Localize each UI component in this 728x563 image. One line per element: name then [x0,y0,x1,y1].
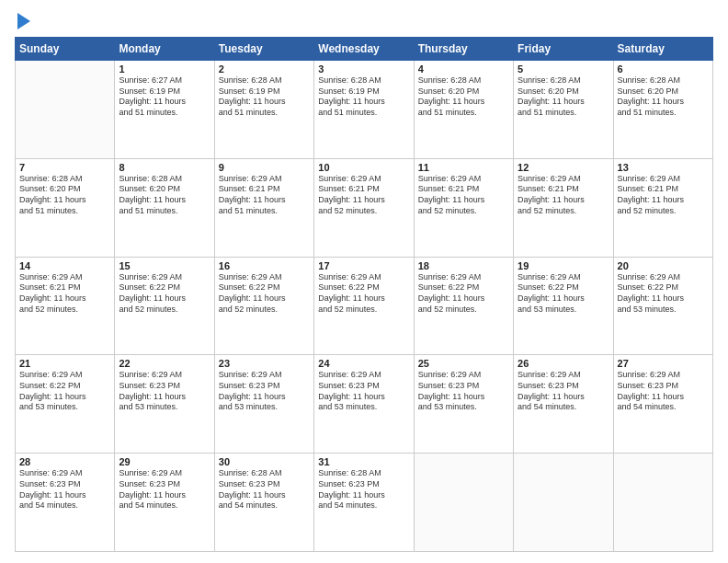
day-info: Sunrise: 6:28 AM Sunset: 6:20 PM Dayligh… [19,174,110,217]
calendar-day-header: Tuesday [214,38,313,61]
day-number: 27 [618,358,709,369]
logo [15,15,30,29]
day-number: 7 [19,162,110,173]
calendar-cell: 3Sunrise: 6:28 AM Sunset: 6:19 PM Daylig… [314,61,414,159]
calendar-cell: 7Sunrise: 6:28 AM Sunset: 6:20 PM Daylig… [16,158,115,257]
calendar-cell: 24Sunrise: 6:29 AM Sunset: 6:23 PM Dayli… [314,355,414,454]
day-info: Sunrise: 6:29 AM Sunset: 6:23 PM Dayligh… [418,370,509,413]
day-info: Sunrise: 6:29 AM Sunset: 6:21 PM Dayligh… [19,272,110,316]
day-number: 13 [618,162,709,173]
calendar-week-row: 21Sunrise: 6:29 AM Sunset: 6:22 PM Dayli… [16,355,713,454]
day-info: Sunrise: 6:28 AM Sunset: 6:23 PM Dayligh… [219,468,310,511]
day-number: 20 [618,260,709,271]
day-number: 1 [119,63,210,75]
day-number: 5 [518,63,609,75]
day-number: 25 [418,358,509,369]
day-info: Sunrise: 6:29 AM Sunset: 6:22 PM Dayligh… [318,272,409,316]
calendar-cell: 2Sunrise: 6:28 AM Sunset: 6:19 PM Daylig… [214,61,313,159]
day-number: 30 [219,456,310,467]
day-info: Sunrise: 6:29 AM Sunset: 6:22 PM Dayligh… [19,370,110,413]
day-number: 15 [119,260,210,271]
day-number: 3 [318,63,409,75]
day-info: Sunrise: 6:29 AM Sunset: 6:23 PM Dayligh… [318,370,409,413]
calendar-cell: 28Sunrise: 6:29 AM Sunset: 6:23 PM Dayli… [16,454,115,552]
calendar-cell: 18Sunrise: 6:29 AM Sunset: 6:22 PM Dayli… [414,257,513,355]
day-number: 2 [219,63,310,75]
calendar-cell: 31Sunrise: 6:28 AM Sunset: 6:23 PM Dayli… [314,454,414,552]
logo-arrow-icon [17,13,30,29]
day-info: Sunrise: 6:28 AM Sunset: 6:20 PM Dayligh… [119,174,210,217]
calendar-cell: 16Sunrise: 6:29 AM Sunset: 6:22 PM Dayli… [214,257,313,355]
calendar-cell: 6Sunrise: 6:28 AM Sunset: 6:20 PM Daylig… [613,61,712,159]
day-info: Sunrise: 6:29 AM Sunset: 6:22 PM Dayligh… [119,272,210,316]
day-number: 26 [518,358,609,369]
calendar-cell: 30Sunrise: 6:28 AM Sunset: 6:23 PM Dayli… [214,454,313,552]
day-info: Sunrise: 6:29 AM Sunset: 6:23 PM Dayligh… [618,370,709,413]
day-number: 23 [219,358,310,369]
calendar-cell: 9Sunrise: 6:29 AM Sunset: 6:21 PM Daylig… [214,158,313,257]
day-info: Sunrise: 6:29 AM Sunset: 6:23 PM Dayligh… [518,370,609,413]
calendar-cell: 15Sunrise: 6:29 AM Sunset: 6:22 PM Dayli… [115,257,214,355]
day-number: 28 [19,456,110,467]
calendar-header-row: SundayMondayTuesdayWednesdayThursdayFrid… [16,38,713,61]
day-info: Sunrise: 6:28 AM Sunset: 6:20 PM Dayligh… [418,75,509,119]
day-number: 11 [418,162,509,173]
calendar-cell: 23Sunrise: 6:29 AM Sunset: 6:23 PM Dayli… [214,355,313,454]
calendar-cell: 29Sunrise: 6:29 AM Sunset: 6:23 PM Dayli… [115,454,214,552]
day-number: 6 [618,63,709,75]
day-info: Sunrise: 6:28 AM Sunset: 6:19 PM Dayligh… [318,75,409,119]
calendar-cell [514,454,613,552]
calendar-cell: 21Sunrise: 6:29 AM Sunset: 6:22 PM Dayli… [16,355,115,454]
calendar-cell: 25Sunrise: 6:29 AM Sunset: 6:23 PM Dayli… [414,355,513,454]
day-number: 24 [318,358,409,369]
day-number: 4 [418,63,509,75]
day-number: 22 [119,358,210,369]
day-number: 12 [518,162,609,173]
calendar-week-row: 7Sunrise: 6:28 AM Sunset: 6:20 PM Daylig… [16,158,713,257]
calendar-cell [613,454,712,552]
calendar-cell: 19Sunrise: 6:29 AM Sunset: 6:22 PM Dayli… [514,257,613,355]
calendar-cell: 17Sunrise: 6:29 AM Sunset: 6:22 PM Dayli… [314,257,414,355]
calendar-cell: 8Sunrise: 6:28 AM Sunset: 6:20 PM Daylig… [115,158,214,257]
day-number: 16 [219,260,310,271]
calendar-day-header: Friday [514,38,613,61]
day-number: 9 [219,162,310,173]
calendar-week-row: 1Sunrise: 6:27 AM Sunset: 6:19 PM Daylig… [16,61,713,159]
day-number: 21 [19,358,110,369]
calendar-day-header: Saturday [613,38,712,61]
calendar-day-header: Thursday [414,38,513,61]
day-number: 14 [19,260,110,271]
day-number: 10 [318,162,409,173]
day-info: Sunrise: 6:29 AM Sunset: 6:21 PM Dayligh… [518,174,609,217]
calendar-cell: 14Sunrise: 6:29 AM Sunset: 6:21 PM Dayli… [16,257,115,355]
day-info: Sunrise: 6:29 AM Sunset: 6:22 PM Dayligh… [618,272,709,316]
day-info: Sunrise: 6:29 AM Sunset: 6:23 PM Dayligh… [119,468,210,511]
calendar-week-row: 28Sunrise: 6:29 AM Sunset: 6:23 PM Dayli… [16,454,713,552]
calendar-week-row: 14Sunrise: 6:29 AM Sunset: 6:21 PM Dayli… [16,257,713,355]
calendar-cell [414,454,513,552]
calendar-cell: 27Sunrise: 6:29 AM Sunset: 6:23 PM Dayli… [613,355,712,454]
calendar-day-header: Sunday [16,38,115,61]
day-info: Sunrise: 6:29 AM Sunset: 6:22 PM Dayligh… [518,272,609,316]
calendar-cell: 22Sunrise: 6:29 AM Sunset: 6:23 PM Dayli… [115,355,214,454]
day-info: Sunrise: 6:29 AM Sunset: 6:21 PM Dayligh… [219,174,310,217]
calendar-table: SundayMondayTuesdayWednesdayThursdayFrid… [15,37,713,552]
calendar-day-header: Wednesday [314,38,414,61]
day-number: 29 [119,456,210,467]
calendar-cell: 10Sunrise: 6:29 AM Sunset: 6:21 PM Dayli… [314,158,414,257]
calendar-cell: 1Sunrise: 6:27 AM Sunset: 6:19 PM Daylig… [115,61,214,159]
day-number: 18 [418,260,509,271]
day-info: Sunrise: 6:28 AM Sunset: 6:19 PM Dayligh… [219,75,310,119]
calendar-cell: 4Sunrise: 6:28 AM Sunset: 6:20 PM Daylig… [414,61,513,159]
calendar-cell: 11Sunrise: 6:29 AM Sunset: 6:21 PM Dayli… [414,158,513,257]
day-info: Sunrise: 6:29 AM Sunset: 6:23 PM Dayligh… [19,468,110,511]
calendar-cell: 26Sunrise: 6:29 AM Sunset: 6:23 PM Dayli… [514,355,613,454]
day-info: Sunrise: 6:28 AM Sunset: 6:20 PM Dayligh… [518,75,609,119]
calendar-cell [16,61,115,159]
day-info: Sunrise: 6:29 AM Sunset: 6:23 PM Dayligh… [119,370,210,413]
calendar-day-header: Monday [115,38,214,61]
page: SundayMondayTuesdayWednesdayThursdayFrid… [0,0,728,563]
day-info: Sunrise: 6:29 AM Sunset: 6:22 PM Dayligh… [219,272,310,316]
day-info: Sunrise: 6:28 AM Sunset: 6:23 PM Dayligh… [318,468,409,511]
day-number: 19 [518,260,609,271]
